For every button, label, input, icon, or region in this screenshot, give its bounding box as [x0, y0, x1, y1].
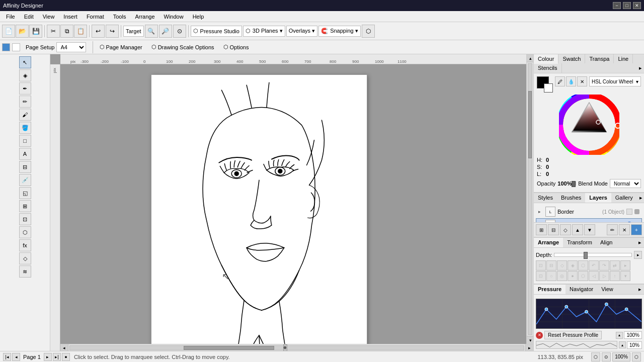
- record-btn[interactable]: ●: [62, 353, 70, 361]
- layer-vis-border[interactable]: [626, 209, 632, 215]
- tab-align[interactable]: Align: [596, 238, 616, 247]
- colour-wheel[interactable]: [559, 95, 619, 155]
- move-down-btn[interactable]: ▼: [584, 224, 595, 235]
- arrange-panel-arrow[interactable]: ▸: [636, 238, 644, 247]
- tab-swatch[interactable]: Swatch: [558, 54, 585, 63]
- layer-border[interactable]: ▸ L Border (1 Object): [536, 205, 642, 218]
- arr-btn-7[interactable]: ↷: [599, 260, 609, 270]
- scroll-left-button[interactable]: ◂: [60, 344, 68, 351]
- arr-btn-15[interactable]: ◁: [589, 271, 599, 281]
- crop-tool[interactable]: ⊡: [19, 213, 31, 225]
- edit-btn[interactable]: ✏: [607, 224, 618, 235]
- select-tool[interactable]: ↖: [19, 56, 31, 68]
- menu-tools[interactable]: Tools: [109, 13, 130, 21]
- scroll-down-button[interactable]: ▾: [527, 336, 533, 344]
- depth-slider[interactable]: [554, 253, 632, 257]
- arr-btn-2[interactable]: ⊟: [546, 260, 556, 270]
- export-button[interactable]: ⬡: [362, 25, 375, 38]
- arr-btn-10[interactable]: ⊡: [536, 271, 546, 281]
- tab-stencils[interactable]: Stencils: [534, 63, 562, 73]
- depth-handle[interactable]: [584, 252, 588, 259]
- page-setup-button[interactable]: Page Setup A4A3Letter: [22, 41, 90, 54]
- pressure-studio-button[interactable]: ⬡ Pressure Studio: [191, 26, 242, 37]
- shape-tool[interactable]: ◇: [19, 252, 31, 264]
- frame-tool[interactable]: ⊟: [19, 161, 31, 173]
- blend-mode-dropdown[interactable]: NormalMultiplyScreen: [610, 179, 641, 188]
- zoom-in-button[interactable]: 🔎: [159, 25, 172, 38]
- opacity-slider[interactable]: [574, 182, 576, 186]
- new-button[interactable]: 📄: [2, 25, 15, 38]
- undo-back-button[interactable]: ↩: [92, 25, 105, 38]
- delete-btn[interactable]: ✕: [619, 224, 630, 235]
- text-tool[interactable]: A: [19, 148, 31, 160]
- menu-arrange[interactable]: Arrange: [131, 13, 158, 21]
- canvas-area[interactable]: pix -300 -200 -100 0 100 200 300 400 500…: [50, 54, 533, 351]
- pressure-graph[interactable]: [536, 299, 642, 329]
- new-layer-btn[interactable]: +: [631, 224, 642, 235]
- arr-btn-11[interactable]: ○: [546, 271, 556, 281]
- pressure-up-btn[interactable]: ▴: [616, 332, 623, 339]
- tab-line[interactable]: Line: [614, 54, 633, 63]
- arr-btn-9[interactable]: ▸: [620, 260, 630, 270]
- arr-btn-8[interactable]: ⇄: [610, 260, 620, 270]
- maximize-button[interactable]: □: [623, 2, 631, 9]
- pen-tool[interactable]: ✒: [19, 82, 31, 95]
- tab-styles[interactable]: Styles: [534, 193, 557, 203]
- h-scroll-thumb[interactable]: [184, 346, 274, 350]
- arr-btn-13[interactable]: ●: [568, 271, 578, 281]
- arr-btn-3[interactable]: ◇: [557, 260, 567, 270]
- tab-colour[interactable]: Colour: [534, 54, 558, 64]
- arr-btn-14[interactable]: ⬡: [578, 271, 588, 281]
- colour-picker-btn[interactable]: 🖉: [555, 76, 565, 86]
- canvas-content[interactable]: ↖: [60, 64, 533, 351]
- open-button[interactable]: 📂: [16, 25, 29, 38]
- scroll-right-button[interactable]: ▸: [525, 344, 533, 351]
- prev-page-btn[interactable]: ◂: [12, 353, 20, 361]
- tab-brushes[interactable]: Brushes: [557, 193, 585, 203]
- eyedropper-tool[interactable]: 💉: [19, 174, 31, 186]
- status-icon-2[interactable]: ⊙: [602, 352, 611, 361]
- menu-insert[interactable]: Insert: [59, 13, 82, 21]
- symbol-tool[interactable]: ⬡: [19, 226, 31, 238]
- arr-btn-1[interactable]: ⊡: [536, 260, 546, 270]
- pressure-step-up-btn[interactable]: ▴: [619, 341, 626, 348]
- tab-navigator[interactable]: Navigator: [566, 285, 597, 294]
- add-group-btn[interactable]: ⊞: [536, 224, 547, 235]
- menu-view[interactable]: View: [39, 13, 59, 21]
- v-scroll-thumb[interactable]: [528, 91, 532, 159]
- arr-btn-6[interactable]: ↶: [589, 260, 599, 270]
- reset-pressure-button[interactable]: Reset Pressure Profile: [544, 331, 602, 339]
- h-scroll-track[interactable]: ⊕: [69, 345, 524, 350]
- grid-tool[interactable]: ⊞: [19, 200, 31, 212]
- colour-none-btn[interactable]: ✕: [577, 76, 587, 86]
- tab-transform[interactable]: Transform: [563, 238, 596, 247]
- opacity-handle[interactable]: [572, 181, 576, 187]
- tab-gallery[interactable]: Gallery: [611, 193, 637, 203]
- arr-btn-4[interactable]: ◈: [568, 260, 578, 270]
- pressure-panel-arrow[interactable]: ▸: [636, 285, 644, 294]
- close-button[interactable]: ✕: [633, 2, 641, 9]
- arr-btn-12[interactable]: ◎: [557, 271, 567, 281]
- menu-format[interactable]: Format: [83, 13, 108, 21]
- page-manager-button[interactable]: ⬡ Page Manager: [96, 42, 146, 52]
- undo-fwd-button[interactable]: ↪: [106, 25, 119, 38]
- color-square-1[interactable]: [2, 43, 10, 51]
- paste-button[interactable]: 📋: [74, 25, 87, 38]
- colour-eyedropper-btn[interactable]: 💧: [566, 76, 576, 86]
- snapping-dropdown[interactable]: 🧲 Snapping ▾: [318, 26, 361, 37]
- minimize-button[interactable]: −: [613, 2, 621, 9]
- node-tool[interactable]: ◈: [19, 69, 31, 81]
- color-square-2[interactable]: [12, 43, 20, 51]
- layer-lines[interactable]: ▸ L Lines (136 Objects): [536, 218, 642, 222]
- rect-tool[interactable]: □: [19, 135, 31, 147]
- depth-arrow-btn[interactable]: ▸: [634, 251, 642, 259]
- 3d-planes-dropdown[interactable]: ⬡ 3D Planes ▾: [243, 26, 285, 37]
- tab-view[interactable]: View: [597, 285, 617, 294]
- pencil-tool[interactable]: ✏: [19, 96, 31, 108]
- add-mask-btn[interactable]: ⊟: [548, 224, 559, 235]
- v-scroll-track[interactable]: [528, 63, 532, 335]
- tab-pressure[interactable]: Pressure: [534, 285, 566, 294]
- tab-transpa[interactable]: Transpa: [585, 54, 614, 63]
- colour-panel-arrow[interactable]: ▸: [637, 63, 644, 73]
- layers-panel-arrow[interactable]: ▸: [637, 193, 644, 203]
